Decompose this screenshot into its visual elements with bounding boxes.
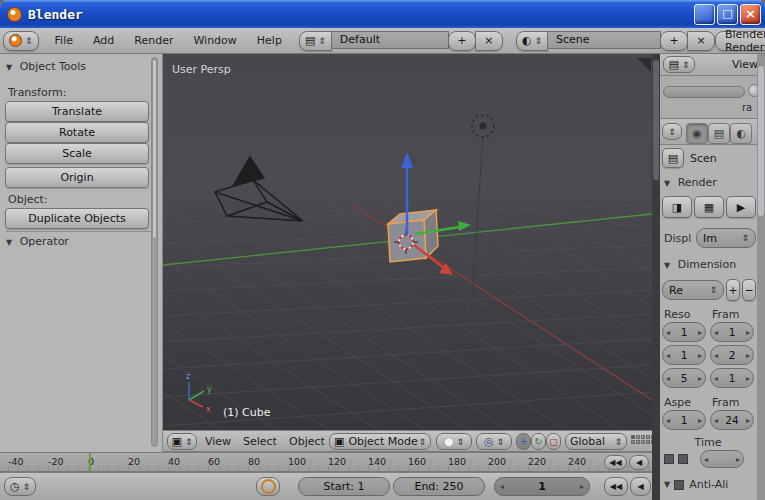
- jump-to-start-button[interactable]: ◀◀: [604, 477, 628, 496]
- camera-object[interactable]: [215, 157, 303, 221]
- play-rendered-button[interactable]: ▶: [726, 196, 756, 218]
- add-preset-button[interactable]: +: [726, 279, 740, 301]
- current-frame-field[interactable]: ◂ 1 ▸: [494, 477, 590, 496]
- remove-preset-button[interactable]: −: [742, 279, 756, 301]
- blender-menu-button[interactable]: ⇕: [3, 31, 39, 51]
- antialiasing-panel-header[interactable]: ▼ Anti-Ali: [664, 478, 728, 491]
- translate-button[interactable]: Translate: [5, 101, 149, 122]
- decrement-arrow-icon[interactable]: ◂: [500, 482, 504, 491]
- frame-step-field[interactable]: ◂ 1 ▸: [710, 368, 754, 388]
- step-back-button[interactable]: ◀: [629, 455, 649, 470]
- add-layout-button[interactable]: +: [448, 31, 476, 51]
- render-engine-dropdown[interactable]: Blender Render: [715, 31, 765, 51]
- resolution-x-field[interactable]: ◂ 1 ▸: [662, 322, 706, 342]
- frame-end-field[interactable]: ◂ 2 ▸: [710, 345, 754, 365]
- render-panel-header[interactable]: ▼ Render: [664, 176, 717, 189]
- time-old-checkbox[interactable]: [664, 454, 674, 464]
- play-reverse-button[interactable]: ◀: [630, 477, 651, 496]
- editor-type-button[interactable]: ▤ ⇕: [663, 56, 695, 73]
- object-tools-panel-header[interactable]: ▼ Object Tools: [6, 60, 86, 73]
- toolshelf-scrollbar-thumb[interactable]: [152, 59, 157, 239]
- increment-arrow-icon[interactable]: ▸: [698, 374, 702, 383]
- close-button[interactable]: ×: [740, 4, 761, 25]
- rightcol-scrollbar-thumb[interactable]: [758, 66, 764, 216]
- menu-view[interactable]: View: [205, 435, 231, 448]
- layer-toggle[interactable]: [641, 435, 645, 439]
- outliner-content[interactable]: ra: [660, 76, 765, 118]
- editor-type-button[interactable]: ⇕: [662, 123, 682, 140]
- render-animation-button[interactable]: ▦: [694, 196, 724, 218]
- layer-toggle[interactable]: [631, 435, 635, 439]
- scale-button[interactable]: Scale: [5, 143, 149, 164]
- timeline-ruler[interactable]: -40-200204060801001201401601802002202402…: [0, 452, 652, 472]
- manipulator-scale-toggle[interactable]: ◻: [546, 433, 561, 450]
- aspect-x-field[interactable]: ◂ 1 ▸: [662, 410, 706, 430]
- toolshelf-scrollbar[interactable]: [151, 57, 158, 447]
- mode-dropdown[interactable]: ▣ Object Mode ⇕: [329, 433, 431, 450]
- outliner-view-menu[interactable]: View: [732, 58, 758, 71]
- render-image-button[interactable]: ◨: [662, 196, 692, 218]
- time-new-checkbox[interactable]: [678, 454, 688, 464]
- delete-scene-button[interactable]: ×: [687, 31, 715, 51]
- menu-object[interactable]: Object: [289, 435, 325, 448]
- layer-toggle[interactable]: [646, 435, 650, 439]
- tab-scene[interactable]: ▤: [708, 123, 730, 144]
- increment-arrow-icon[interactable]: ▸: [746, 328, 750, 337]
- resolution-percentage-field[interactable]: ◂ 5 ▸: [662, 368, 706, 388]
- layer-toggle[interactable]: [641, 440, 645, 444]
- manipulator-rotate-toggle[interactable]: ↻: [531, 433, 546, 450]
- increment-arrow-icon[interactable]: ▸: [736, 455, 740, 464]
- menu-file[interactable]: File: [45, 34, 83, 47]
- window-titlebar[interactable]: Blender _ □ ×: [0, 0, 765, 28]
- tab-world[interactable]: ◐: [730, 123, 752, 144]
- increment-arrow-icon[interactable]: ▸: [746, 416, 750, 425]
- cube-object[interactable]: [388, 210, 438, 262]
- current-frame-line[interactable]: [89, 453, 91, 471]
- duplicate-objects-button[interactable]: Duplicate Objects: [5, 208, 149, 229]
- display-dropdown[interactable]: Im ⇕: [696, 228, 756, 248]
- auto-keyframe-button[interactable]: [256, 477, 280, 496]
- operator-panel-header[interactable]: ▼ Operator: [6, 231, 156, 248]
- scene-name-field[interactable]: Scene: [547, 31, 661, 49]
- minimize-button[interactable]: _: [694, 4, 715, 25]
- layout-browse-button[interactable]: ▤ ⇕: [299, 31, 332, 51]
- increment-arrow-icon[interactable]: ▸: [746, 374, 750, 383]
- area-corner-widget[interactable]: [637, 58, 651, 72]
- scene-browse-button[interactable]: ◐ ⇕: [516, 31, 548, 51]
- layer-toggle[interactable]: [636, 440, 640, 444]
- start-frame-field[interactable]: Start: 1: [298, 477, 390, 496]
- jump-prev-keyframe-button[interactable]: ◀◀: [604, 455, 627, 470]
- editor-type-button[interactable]: ▣ ⇕: [167, 433, 197, 450]
- shading-dropdown[interactable]: ● ⇕: [436, 433, 472, 450]
- origin-button[interactable]: Origin: [5, 167, 149, 188]
- increment-arrow-icon[interactable]: ▸: [698, 416, 702, 425]
- properties-scrollbar-thumb[interactable]: [653, 60, 659, 180]
- layout-name-field[interactable]: Default: [331, 31, 449, 49]
- decrement-arrow-icon[interactable]: ◂: [704, 455, 708, 464]
- editor-type-button[interactable]: ◷ ⇕: [4, 477, 36, 496]
- antialiasing-checkbox[interactable]: [674, 480, 684, 490]
- increment-arrow-icon[interactable]: ▸: [698, 351, 702, 360]
- menu-window[interactable]: Window: [183, 34, 246, 47]
- pivot-dropdown[interactable]: ◎ ⇕: [476, 433, 512, 450]
- time-remap-field[interactable]: ◂ ▸: [700, 450, 744, 468]
- manipulator-translate-toggle[interactable]: +: [516, 433, 531, 450]
- menu-add[interactable]: Add: [83, 34, 124, 47]
- framerate-field[interactable]: ◂ 24 ▸: [710, 410, 754, 430]
- layer-toggle[interactable]: [631, 440, 635, 444]
- 3d-viewport[interactable]: z y x User Persp (1) Cube: [163, 54, 652, 430]
- menu-render[interactable]: Render: [124, 34, 183, 47]
- layer-toggle[interactable]: [636, 435, 640, 439]
- outliner-item-label[interactable]: ra: [742, 102, 752, 113]
- add-scene-button[interactable]: +: [660, 31, 688, 51]
- menu-help[interactable]: Help: [247, 34, 292, 47]
- increment-arrow-icon[interactable]: ▸: [698, 328, 702, 337]
- orientation-dropdown[interactable]: Global ⇕: [565, 433, 627, 450]
- delete-layout-button[interactable]: ×: [475, 31, 503, 51]
- tab-render[interactable]: ◉: [686, 123, 708, 144]
- end-frame-field[interactable]: End: 250: [393, 477, 485, 496]
- resolution-y-field[interactable]: ◂ 1 ▸: [662, 345, 706, 365]
- menu-select[interactable]: Select: [243, 435, 277, 448]
- render-presets-dropdown[interactable]: Re ⇕: [662, 280, 724, 300]
- maximize-button[interactable]: □: [717, 4, 738, 25]
